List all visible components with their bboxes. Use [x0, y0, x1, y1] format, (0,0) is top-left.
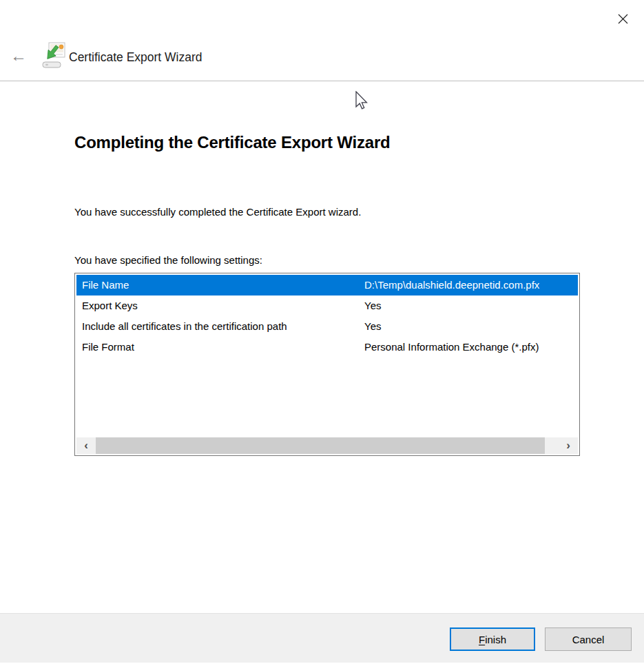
setting-value: Personal Information Exchange (*.pfx): [364, 341, 539, 353]
header-divider: [0, 81, 644, 81]
settings-label: You have specified the following setting…: [74, 254, 262, 266]
footer-bar: Finish Cancel: [0, 613, 644, 663]
setting-value: D:\Temp\dualshield.deepnetid.com.pfx: [364, 279, 539, 291]
wizard-window: ← Certificate Export Wizard Completing t…: [0, 0, 644, 664]
mouse-cursor-icon: [355, 91, 368, 112]
settings-row-include-certificates[interactable]: Include all certificates in the certific…: [76, 316, 578, 337]
settings-row-export-keys[interactable]: Export Keys Yes: [76, 295, 578, 316]
finish-button[interactable]: Finish: [450, 627, 535, 651]
close-button[interactable]: [615, 12, 630, 28]
horizontal-scrollbar[interactable]: ‹ ›: [76, 437, 578, 454]
setting-name: File Name: [82, 279, 129, 291]
scroll-right-button[interactable]: ›: [559, 437, 578, 454]
setting-value: Yes: [364, 320, 381, 332]
setting-value: Yes: [364, 300, 381, 311]
settings-listbox[interactable]: File Name D:\Temp\dualshield.deepnetid.c…: [74, 273, 580, 456]
setting-name: Export Keys: [82, 300, 138, 311]
close-icon: [618, 14, 628, 26]
finish-label-accelerator: F: [479, 634, 485, 645]
finish-label-rest: inish: [485, 634, 506, 645]
setting-name: File Format: [82, 341, 134, 353]
back-button[interactable]: ←: [8, 45, 29, 66]
certificate-export-icon: [41, 41, 66, 70]
window-title: Certificate Export Wizard: [69, 49, 202, 65]
cancel-button[interactable]: Cancel: [545, 627, 632, 651]
intro-text: You have successfully completed the Cert…: [74, 206, 361, 218]
settings-row-file-format[interactable]: File Format Personal Information Exchang…: [76, 337, 578, 357]
scrollbar-thumb[interactable]: [96, 437, 545, 454]
scroll-left-button[interactable]: ‹: [76, 437, 96, 454]
settings-row-file-name[interactable]: File Name D:\Temp\dualshield.deepnetid.c…: [76, 275, 578, 295]
setting-name: Include all certificates in the certific…: [82, 320, 287, 332]
page-heading: Completing the Certificate Export Wizard: [74, 133, 391, 152]
settings-rows: File Name D:\Temp\dualshield.deepnetid.c…: [76, 275, 578, 357]
